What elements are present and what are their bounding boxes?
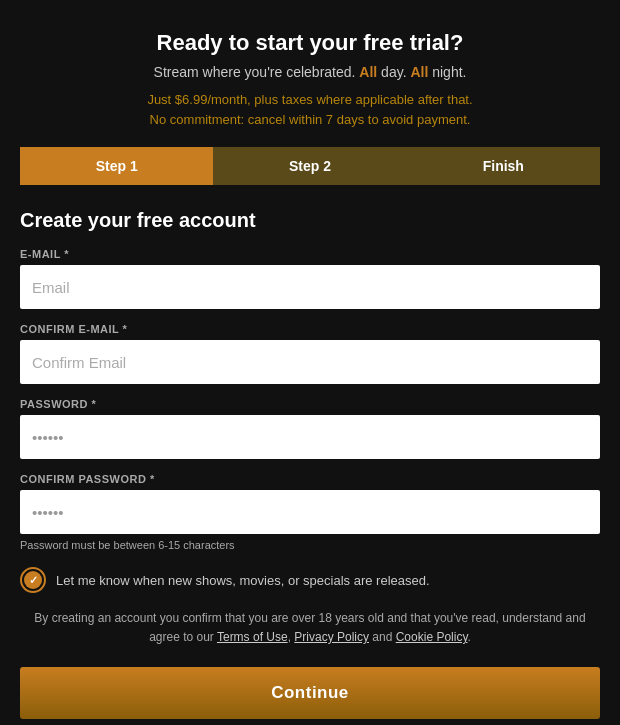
confirm-password-label: CONFIRM PASSWORD * [20,473,600,485]
password-input[interactable] [20,415,600,459]
password-hint: Password must be between 6-15 characters [20,539,600,551]
step-2-label: Step 2 [289,158,331,174]
confirm-password-input[interactable] [20,490,600,534]
continue-button[interactable]: Continue [20,667,600,719]
step-finish-label: Finish [483,158,524,174]
password-field-group: PASSWORD * [20,398,600,459]
header-section: Ready to start your free trial? Stream w… [20,30,600,129]
subtitle-highlight2: All [410,64,428,80]
checkmark-icon: ✓ [29,575,38,586]
email-field-group: E-MAIL * [20,248,600,309]
email-label: E-MAIL * [20,248,600,260]
pricing-line2: No commitment: cancel within 7 days to a… [150,112,471,127]
confirm-email-input[interactable] [20,340,600,384]
legal-and: and [369,630,396,644]
password-label: PASSWORD * [20,398,600,410]
subtitle-highlight1: All [359,64,377,80]
main-title: Ready to start your free trial? [20,30,600,56]
email-input[interactable] [20,265,600,309]
subtitle: Stream where you're celebrated. All day.… [20,64,600,80]
legal-text: By creating an account you confirm that … [20,609,600,647]
page-container: Ready to start your free trial? Stream w… [0,0,620,725]
step-1[interactable]: Step 1 [20,147,213,185]
subtitle-text-before: Stream where you're celebrated. [154,64,360,80]
newsletter-label: Let me know when new shows, movies, or s… [56,573,430,588]
confirm-password-field-group: CONFIRM PASSWORD * Password must be betw… [20,473,600,551]
privacy-link[interactable]: Privacy Policy [294,630,369,644]
terms-link[interactable]: Terms of Use [217,630,288,644]
legal-period: . [468,630,471,644]
newsletter-checkbox-row: ✓ Let me know when new shows, movies, or… [20,567,600,593]
cookie-link[interactable]: Cookie Policy [396,630,468,644]
confirm-email-field-group: CONFIRM E-MAIL * [20,323,600,384]
pricing-text: Just $6.99/month, plus taxes where appli… [20,90,600,129]
form-title: Create your free account [20,209,600,232]
confirm-email-label: CONFIRM E-MAIL * [20,323,600,335]
steps-bar: Step 1 Step 2 Finish [20,147,600,185]
subtitle-text-middle: day. [377,64,410,80]
subtitle-text-after: night. [428,64,466,80]
step-1-label: Step 1 [96,158,138,174]
step-finish[interactable]: Finish [407,147,600,185]
checkbox-checked-indicator: ✓ [24,571,42,589]
form-section: Create your free account E-MAIL * CONFIR… [20,209,600,719]
step-2[interactable]: Step 2 [213,147,406,185]
newsletter-checkbox[interactable]: ✓ [20,567,46,593]
pricing-line1: Just $6.99/month, plus taxes where appli… [147,92,472,107]
